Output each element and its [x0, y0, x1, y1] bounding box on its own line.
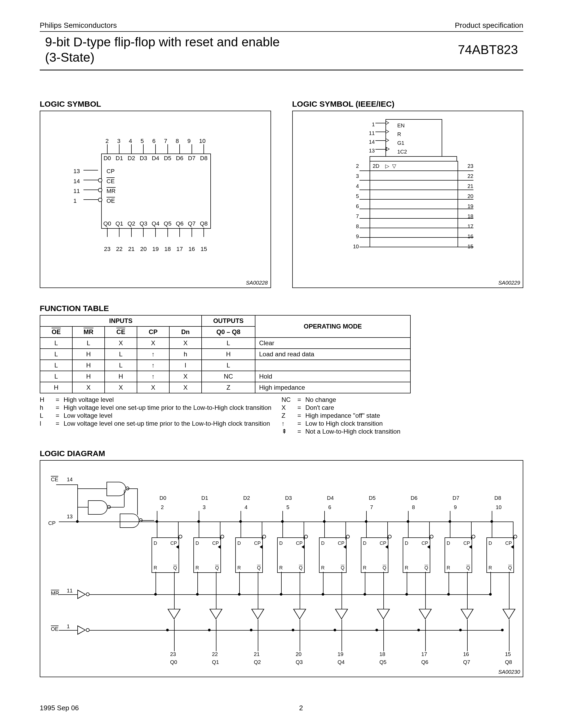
inverter-icon: [77, 625, 86, 635]
tristate-buffer: [167, 609, 181, 619]
input-label: CE: [51, 477, 58, 483]
pin-label: OE: [106, 196, 115, 206]
flip-flop: DCPRQ: [319, 537, 347, 573]
footer-date: 1995 Sep 06: [40, 704, 79, 712]
function-table: INPUTSOUTPUTSOPERATING MODEOEMRCECPDnQ0 …: [40, 315, 411, 393]
table-cell: X: [105, 338, 137, 349]
d-label: D8: [494, 495, 501, 501]
pin-label: D4: [152, 155, 159, 162]
q-label: Q4: [338, 659, 345, 665]
logic-symbol-figure: SA00228 2345678910D0D1D2D3D4D5D6D7D8Q0Q1…: [40, 111, 271, 288]
q-label: Q7: [463, 659, 470, 665]
pin-number: 21: [468, 183, 478, 193]
tristate-buffer: [335, 609, 348, 619]
legend-row: NC=No change: [282, 396, 524, 403]
q-label: Q8: [505, 659, 512, 665]
table-cell: H: [105, 371, 137, 382]
ieee-ctrl-label: 1C2: [398, 147, 407, 156]
q-label: Q6: [421, 659, 428, 665]
legend: H=High voltage levelh=High voltage level…: [40, 396, 523, 436]
table-header: INPUTS: [40, 315, 202, 326]
flip-flop: DCPRQ: [486, 537, 514, 573]
table-cell: H: [40, 382, 72, 393]
section-logic-diagram: LOGIC DIAGRAM: [40, 449, 523, 458]
flip-flop: DCPRQ: [361, 537, 389, 573]
d-label: D0: [159, 495, 166, 501]
pin-label: D0: [104, 155, 111, 162]
table-cell: X: [72, 382, 105, 393]
pin-number: 5: [287, 504, 289, 510]
figure-id: SA00229: [498, 280, 520, 286]
pin-number: 2: [349, 163, 359, 173]
legend-row: ↑=Low to High clock transition: [282, 420, 524, 427]
table-cell: [255, 360, 410, 371]
pin-label: D2: [128, 155, 135, 162]
footer-page: 2: [299, 704, 303, 712]
table-cell: ↑: [137, 371, 169, 382]
pin-number: 4: [129, 138, 132, 145]
pin-number: 6: [328, 504, 331, 510]
section-logic-symbol-ieee: LOGIC SYMBOL (IEEE/IEC): [292, 100, 524, 109]
company-name: Philips Semiconductors: [40, 21, 117, 30]
nand-gate: [88, 500, 108, 515]
pin-number: 9: [349, 233, 359, 244]
table-cell: H: [202, 349, 255, 360]
legend-row: h=High voltage level one set-up time pri…: [40, 404, 282, 411]
ieee-data-row: [370, 200, 458, 209]
ieee-data-row: [370, 209, 458, 219]
pin-number: 19: [338, 651, 343, 657]
pin-number: 15: [505, 651, 511, 657]
table-cell: X: [137, 338, 169, 349]
ieee-data-row: [370, 228, 458, 238]
pin-number: 23: [468, 163, 478, 173]
table-cell: X: [169, 371, 202, 382]
table-cell: L: [40, 360, 72, 371]
ieee-data-row: [370, 171, 458, 181]
legend-definition: No change: [306, 396, 336, 403]
flip-flop: DCPRQ: [277, 537, 305, 573]
legend-definition: Low voltage level: [64, 412, 112, 419]
pin-label: MR: [106, 186, 115, 196]
input-label: CP: [48, 520, 56, 526]
pin-label: Q4: [151, 220, 159, 227]
pin-label: Q2: [127, 220, 135, 227]
section-function-table: FUNCTION TABLE: [40, 304, 523, 313]
table-cell: Hold: [255, 371, 410, 382]
table-cell: L: [105, 360, 137, 371]
table-cell: Load and read data: [255, 349, 410, 360]
flip-flop: DCPRQ: [235, 537, 263, 573]
pin-number: 5: [349, 193, 359, 203]
pin-number: 7: [349, 213, 359, 223]
table-header: CE: [105, 326, 137, 338]
symbol-row: LOGIC SYMBOL SA00228 2345678910D0D1D2D3D…: [40, 100, 523, 288]
title-line1: 9-bit D-type flip-flop with reset and en…: [45, 34, 280, 50]
pin-number: 14: [364, 138, 375, 146]
pin-number: 10: [496, 504, 502, 510]
title-line2: (3-State): [45, 50, 280, 65]
nand-gate: [106, 482, 126, 496]
pin-number: 13: [73, 166, 80, 176]
tristate-buffer: [461, 609, 474, 619]
legend-symbol: l: [40, 420, 56, 427]
pin-number: 20: [296, 651, 302, 657]
table-header: MR: [72, 326, 105, 338]
legend-symbol: ⇞: [282, 428, 298, 435]
legend-symbol: h: [40, 404, 56, 411]
table-cell: High impedance: [255, 382, 410, 393]
ieee-row-label: 2D: [373, 163, 380, 169]
pin-number: 18: [164, 246, 171, 253]
datasheet-page: Philips Semiconductors Product specifica…: [0, 0, 563, 728]
table-cell: X: [137, 382, 169, 393]
pin-number: 3: [117, 138, 120, 145]
table-header: Q0 – Q8: [202, 326, 255, 338]
pin-label: CP: [106, 166, 115, 176]
legend-definition: Low voltage level one set-up time prior …: [64, 420, 270, 427]
pin-number: 15: [200, 246, 207, 253]
table-cell: Clear: [255, 338, 410, 349]
pin-number: 22: [468, 173, 478, 183]
pin-label: Q5: [164, 220, 171, 227]
page-title: 9-bit D-type flip-flop with reset and en…: [40, 34, 280, 65]
legend-row: H=High voltage level: [40, 396, 282, 403]
pin-number: 17: [176, 246, 183, 253]
pin-label: Q0: [103, 220, 111, 227]
